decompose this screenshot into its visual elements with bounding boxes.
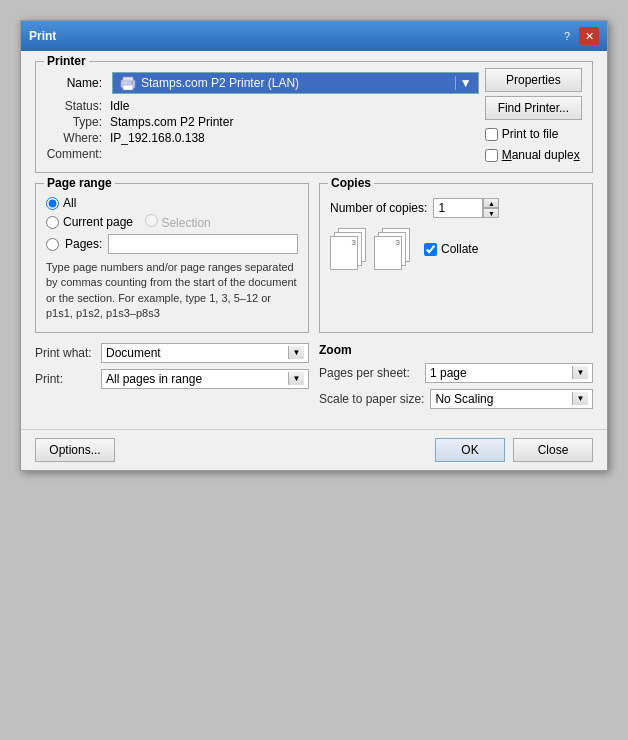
printer-name-row: Name: Stamps.com P2 Printer (LAN) [46, 72, 479, 94]
all-radio-row: All [46, 196, 298, 210]
selection-radio [145, 214, 158, 227]
scale-value: No Scaling [435, 392, 572, 406]
all-label[interactable]: All [63, 196, 76, 210]
print-what-value: Document [106, 346, 288, 360]
middle-section: Page range All Current page Selection [35, 183, 593, 343]
selection-label: Selection [161, 216, 210, 230]
printer-right-buttons: Properties Find Printer... Print to file… [485, 68, 582, 162]
page-stack-2: 3 [374, 226, 414, 272]
all-radio[interactable] [46, 197, 59, 210]
copies-spin: ▲ ▼ [433, 198, 499, 218]
printer-name-dropdown[interactable]: Stamps.com P2 Printer (LAN) ▼ [112, 72, 479, 94]
options-button[interactable]: Options... [35, 438, 115, 462]
dialog-title: Print [29, 29, 56, 43]
printer-icon [119, 75, 137, 91]
pages-input[interactable] [108, 234, 298, 254]
manual-duplex-label[interactable]: Manual duplex [502, 148, 580, 162]
spin-up-button[interactable]: ▲ [483, 198, 499, 208]
page-front-1: 3 [330, 236, 358, 270]
where-label: Where: [46, 131, 106, 145]
comment-value [110, 147, 479, 161]
print-label: Print: [35, 372, 95, 386]
printer-dropdown-arrow: ▼ [455, 76, 472, 90]
pages-row: Pages: [46, 234, 298, 254]
footer: Options... OK Close [21, 429, 607, 470]
print-what-section: Print what: Document ▼ Print: All pages … [35, 343, 309, 415]
pages-hint: Type page numbers and/or page ranges sep… [46, 260, 298, 322]
print-row: Print: All pages in range ▼ [35, 369, 309, 389]
pages-per-sheet-value: 1 page [430, 366, 572, 380]
print-arrow: ▼ [288, 372, 304, 385]
print-what-label: Print what: [35, 346, 95, 360]
copies-number-row: Number of copies: ▲ ▼ [330, 198, 582, 218]
find-printer-button[interactable]: Find Printer... [485, 96, 582, 120]
title-bar-controls: ? ✕ [557, 27, 599, 45]
current-page-radio[interactable] [46, 216, 59, 229]
printer-group: Printer Name: [35, 61, 593, 173]
print-what-row: Print what: Document ▼ [35, 343, 309, 363]
pages-label[interactable]: Pages: [65, 237, 102, 251]
title-bar-left: Print [29, 29, 56, 43]
name-label: Name: [46, 76, 106, 90]
printer-info-section: Name: Stamps.com P2 Printer (LAN) [46, 68, 479, 161]
print-what-select[interactable]: Document ▼ [101, 343, 309, 363]
copies-content: Number of copies: ▲ ▼ [330, 198, 582, 272]
dialog-body: Printer Name: [21, 51, 607, 425]
printer-info-btn-row: Name: Stamps.com P2 Printer (LAN) [46, 68, 582, 162]
properties-button[interactable]: Properties [485, 68, 582, 92]
print-to-file-label[interactable]: Print to file [502, 127, 559, 141]
printer-name-value: Stamps.com P2 Printer (LAN) [141, 76, 299, 90]
type-label: Type: [46, 115, 106, 129]
spin-down-button[interactable]: ▼ [483, 208, 499, 218]
type-value: Stamps.com P2 Printer [110, 115, 479, 129]
status-label: Status: [46, 99, 106, 113]
where-value: IP_192.168.0.138 [110, 131, 479, 145]
footer-right: OK Close [435, 438, 593, 462]
print-select[interactable]: All pages in range ▼ [101, 369, 309, 389]
printer-details: Status: Idle Type: Stamps.com P2 Printer… [46, 99, 479, 161]
scale-row: Scale to paper size: No Scaling ▼ [319, 389, 593, 409]
ok-button[interactable]: OK [435, 438, 505, 462]
current-page-radio-row: Current page Selection [46, 214, 298, 230]
copies-input[interactable] [433, 198, 483, 218]
page-stack-1: 3 [330, 226, 370, 272]
current-page-label[interactable]: Current page [63, 215, 133, 229]
pages-per-sheet-select[interactable]: 1 page ▼ [425, 363, 593, 383]
zoom-label: Zoom [319, 343, 593, 357]
copies-title: Copies [328, 176, 374, 190]
collate-label[interactable]: Collate [441, 242, 478, 256]
zoom-section: Zoom Pages per sheet: 1 page ▼ Scale to … [319, 343, 593, 415]
close-button[interactable]: ✕ [579, 27, 599, 45]
collate-images: 3 3 [330, 226, 414, 272]
collate-check-row: Collate [424, 242, 478, 256]
printer-group-title: Printer [44, 54, 89, 68]
print-to-file-checkbox[interactable] [485, 128, 498, 141]
print-value: All pages in range [106, 372, 288, 386]
selection-radio-placeholder: Selection [145, 214, 211, 230]
collate-checkbox[interactable] [424, 243, 437, 256]
page-range-content: All Current page Selection Pages: [46, 196, 298, 322]
bottom-section: Print what: Document ▼ Print: All pages … [35, 343, 593, 415]
pages-radio[interactable] [46, 238, 59, 251]
print-what-arrow: ▼ [288, 346, 304, 359]
scale-arrow: ▼ [572, 392, 588, 405]
help-button[interactable]: ? [557, 27, 577, 45]
print-dialog: Print ? ✕ Printer Name: [20, 20, 608, 471]
pages-per-sheet-row: Pages per sheet: 1 page ▼ [319, 363, 593, 383]
pages-per-sheet-arrow: ▼ [572, 366, 588, 379]
print-to-file-row: Print to file [485, 127, 582, 141]
manual-duplex-row: Manual duplex [485, 148, 582, 162]
page-range-group: Page range All Current page Selection [35, 183, 309, 333]
status-value: Idle [110, 99, 479, 113]
scale-select[interactable]: No Scaling ▼ [430, 389, 593, 409]
page-range-title: Page range [44, 176, 115, 190]
page-front-2: 3 [374, 236, 402, 270]
spin-buttons: ▲ ▼ [483, 198, 499, 218]
title-bar: Print ? ✕ [21, 21, 607, 51]
pages-per-sheet-label: Pages per sheet: [319, 366, 419, 380]
copies-visual-row: 3 3 [330, 226, 582, 272]
scale-label: Scale to paper size: [319, 392, 424, 406]
manual-duplex-checkbox[interactable] [485, 149, 498, 162]
comment-label: Comment: [46, 147, 106, 161]
close-dialog-button[interactable]: Close [513, 438, 593, 462]
